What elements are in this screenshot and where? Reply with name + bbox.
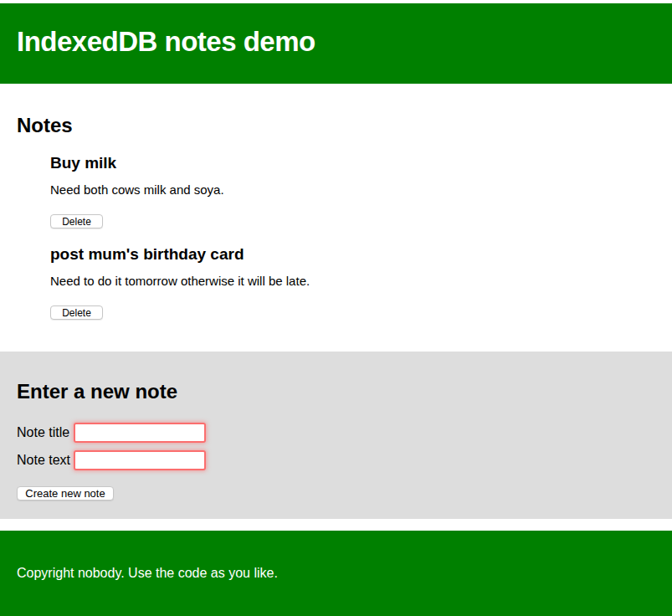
notes-section: Notes Buy milk Need both cows milk and s… <box>0 84 672 352</box>
note-body: Need to do it tomorrow otherwise it will… <box>50 274 655 288</box>
delete-note-button[interactable]: Delete <box>50 214 103 228</box>
note-text-input[interactable] <box>74 450 206 470</box>
note-title: post mum's birthday card <box>50 245 655 264</box>
note-item: Buy milk Need both cows milk and soya. D… <box>50 154 655 228</box>
footer-text: Copyright nobody. Use the code as you li… <box>0 531 672 581</box>
delete-note-button[interactable]: Delete <box>50 305 103 320</box>
note-title-label: Note title <box>17 425 74 440</box>
note-text-row: Note text <box>17 450 655 470</box>
note-item: post mum's birthday card Need to do it t… <box>50 245 655 320</box>
note-title-input[interactable] <box>74 423 206 443</box>
new-note-form: Note title Note text Create new note <box>17 423 655 501</box>
notes-heading: Notes <box>17 84 655 137</box>
page-title: IndexedDB notes demo <box>0 3 672 58</box>
note-body: Need both cows milk and soya. <box>50 182 655 197</box>
note-title: Buy milk <box>50 154 655 172</box>
app-header: IndexedDB notes demo <box>0 3 672 84</box>
create-note-button[interactable]: Create new note <box>17 486 114 501</box>
app-footer: Copyright nobody. Use the code as you li… <box>0 531 672 616</box>
notes-list: Buy milk Need both cows milk and soya. D… <box>17 154 655 320</box>
note-text-label: Note text <box>17 453 74 468</box>
new-note-heading: Enter a new note <box>17 352 655 403</box>
note-title-row: Note title <box>17 423 655 443</box>
new-note-section: Enter a new note Note title Note text Cr… <box>0 352 672 519</box>
